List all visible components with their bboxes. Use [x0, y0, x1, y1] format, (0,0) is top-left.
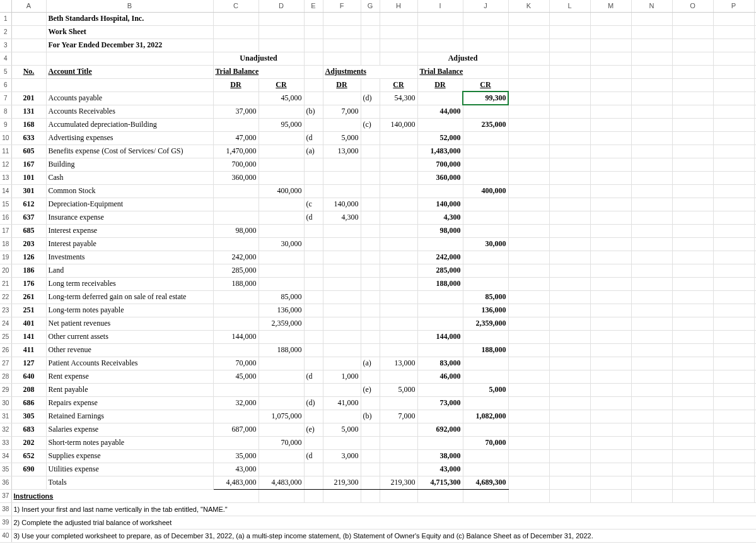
unadj-cr[interactable]: 70,000 [259, 436, 304, 449]
adjtb-dr[interactable]: 4,300 [417, 211, 463, 224]
adjtb-dr[interactable] [417, 290, 463, 304]
adjtb-cr[interactable]: 99,300 [463, 92, 508, 105]
unadj-dr[interactable] [213, 383, 259, 396]
adj-dr[interactable] [323, 118, 361, 131]
unadj-dr[interactable]: 47,000 [213, 131, 259, 145]
adj-ref-dr[interactable] [304, 264, 323, 277]
adjtb-dr[interactable]: 188,000 [417, 277, 463, 290]
table-row[interactable]: 16637Insurance expense(d4,3004,300 [0, 211, 756, 224]
adjtb-cr[interactable]: 85,000 [463, 290, 508, 304]
unadj-cr[interactable] [259, 463, 304, 476]
unadj-dr[interactable] [213, 118, 259, 131]
unadj-cr[interactable]: 188,000 [259, 343, 304, 357]
adj-cr[interactable] [380, 224, 417, 237]
adjtb-dr[interactable]: 98,000 [417, 224, 463, 237]
table-row[interactable]: 35690Utilities expense43,00043,000 [0, 463, 756, 476]
adj-ref-cr[interactable] [361, 396, 380, 410]
unadj-dr[interactable]: 700,000 [213, 158, 259, 171]
adj-dr[interactable]: 7,000 [323, 105, 361, 118]
adj-ref-cr[interactable] [361, 105, 380, 118]
adj-ref-cr[interactable] [361, 423, 380, 436]
adjtb-dr[interactable]: 360,000 [417, 171, 463, 184]
adj-cr[interactable] [380, 131, 417, 145]
adj-ref-cr[interactable] [361, 184, 380, 198]
table-row[interactable]: 11605Benefits expense (Cost of Services/… [0, 145, 756, 158]
table-row[interactable]: 12167Building700,000700,000 [0, 158, 756, 171]
adjtb-dr[interactable]: 242,000 [417, 251, 463, 264]
adj-cr[interactable] [380, 251, 417, 264]
adj-ref-cr[interactable] [361, 211, 380, 224]
adjtb-dr[interactable]: 43,000 [417, 463, 463, 476]
table-row[interactable]: 33202Short-term notes payable70,00070,00… [0, 436, 756, 449]
adjtb-dr[interactable]: 83,000 [417, 357, 463, 370]
adjtb-cr[interactable] [463, 171, 508, 184]
adj-ref-dr[interactable] [304, 92, 323, 105]
unadj-dr[interactable] [213, 92, 259, 105]
unadj-dr[interactable]: 144,000 [213, 330, 259, 343]
unadj-cr[interactable] [259, 449, 304, 463]
unadj-dr[interactable] [213, 211, 259, 224]
adjtb-cr[interactable]: 400,000 [463, 184, 508, 198]
unadj-dr[interactable] [213, 198, 259, 211]
unadj-cr[interactable] [259, 330, 304, 343]
unadj-dr[interactable]: 285,000 [213, 264, 259, 277]
adjtb-cr[interactable] [463, 277, 508, 290]
unadj-dr[interactable]: 188,000 [213, 277, 259, 290]
adjtb-dr[interactable]: 144,000 [417, 330, 463, 343]
table-row[interactable]: 26411Other revenue188,000188,000 [0, 343, 756, 357]
adj-dr[interactable] [323, 463, 361, 476]
table-row[interactable]: 34652Supplies expense35,000(d3,00038,000 [0, 449, 756, 463]
adj-ref-dr[interactable] [304, 304, 323, 317]
spreadsheet[interactable]: ABCDEFGHIJKLMNOPQ 1Beth Standards Hospit… [0, 0, 756, 543]
unadj-cr[interactable]: 136,000 [259, 304, 304, 317]
adjtb-cr[interactable] [463, 224, 508, 237]
adj-dr[interactable] [323, 357, 361, 370]
adj-cr[interactable] [380, 145, 417, 158]
table-row[interactable]: 25141Other current assets144,000144,000 [0, 330, 756, 343]
table-row[interactable]: 15612Depreciation-Equipment(c140,000140,… [0, 198, 756, 211]
unadj-dr[interactable] [213, 410, 259, 423]
unadj-cr[interactable]: 1,075,000 [259, 410, 304, 423]
unadj-dr[interactable] [213, 304, 259, 317]
unadj-cr[interactable] [259, 171, 304, 184]
adj-ref-cr[interactable] [361, 145, 380, 158]
unadj-cr[interactable] [259, 264, 304, 277]
adj-ref-dr[interactable] [304, 224, 323, 237]
adj-cr[interactable] [380, 290, 417, 304]
adjtb-dr[interactable]: 285,000 [417, 264, 463, 277]
unadj-dr[interactable]: 360,000 [213, 171, 259, 184]
adj-ref-dr[interactable]: (c [304, 198, 323, 211]
unadj-dr[interactable] [213, 343, 259, 357]
unadj-dr[interactable]: 687,000 [213, 423, 259, 436]
unadj-dr[interactable]: 98,000 [213, 224, 259, 237]
table-row[interactable]: 23251Long-term notes payable136,000136,0… [0, 304, 756, 317]
adjtb-cr[interactable] [463, 264, 508, 277]
adj-ref-dr[interactable]: (e) [304, 423, 323, 436]
unadj-dr[interactable] [213, 317, 259, 330]
table-row[interactable]: 27127Patient Accounts Receivables70,000(… [0, 357, 756, 370]
adj-dr[interactable] [323, 290, 361, 304]
adj-dr[interactable] [323, 330, 361, 343]
adj-ref-cr[interactable] [361, 251, 380, 264]
adj-ref-dr[interactable] [304, 184, 323, 198]
unadj-cr[interactable]: 95,000 [259, 118, 304, 131]
adj-ref-cr[interactable]: (d) [361, 92, 380, 105]
adj-dr[interactable]: 140,000 [323, 198, 361, 211]
unadj-dr[interactable] [213, 184, 259, 198]
adjtb-dr[interactable] [417, 304, 463, 317]
adjtb-cr[interactable] [463, 423, 508, 436]
adj-dr[interactable] [323, 171, 361, 184]
table-row[interactable]: 30686Repairs expense32,000(d)41,00073,00… [0, 396, 756, 410]
adj-ref-cr[interactable] [361, 290, 380, 304]
unadj-cr[interactable]: 85,000 [259, 290, 304, 304]
adjtb-cr[interactable] [463, 105, 508, 118]
unadj-cr[interactable]: 400,000 [259, 184, 304, 198]
adj-cr[interactable] [380, 330, 417, 343]
adj-ref-cr[interactable] [361, 330, 380, 343]
adj-cr[interactable] [380, 396, 417, 410]
adj-cr[interactable] [380, 436, 417, 449]
unadj-dr[interactable] [213, 290, 259, 304]
adjtb-cr[interactable] [463, 396, 508, 410]
adjtb-dr[interactable]: 44,000 [417, 105, 463, 118]
adj-dr[interactable]: 41,000 [323, 396, 361, 410]
